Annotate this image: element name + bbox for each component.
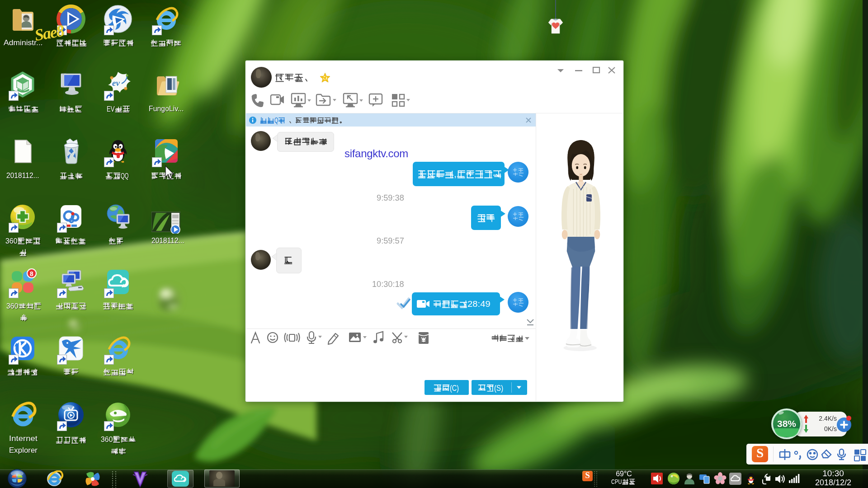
svg-text:2018112...: 2018112... (6, 172, 39, 179)
svg-text:9:59:38: 9:59:38 (377, 193, 404, 202)
svg-text:(C): (C) (450, 384, 459, 393)
svg-text:360: 360 (6, 302, 19, 310)
svg-text:QQ: QQ (121, 172, 129, 180)
svg-text:10:30:18: 10:30:18 (372, 280, 404, 289)
svg-text:CPU: CPU (611, 478, 622, 485)
svg-text:360: 360 (5, 237, 18, 245)
svg-text:2018112...: 2018112... (151, 237, 184, 244)
svg-text:,: , (454, 169, 457, 179)
svg-text:28:49: 28:49 (467, 300, 491, 309)
svg-text:Q: Q (274, 117, 278, 124)
svg-text:FungoLiv...: FungoLiv... (149, 105, 184, 113)
svg-text:EV: EV (107, 105, 115, 113)
svg-text:8: 8 (30, 270, 33, 277)
svg-text:ev: ev (112, 78, 120, 88)
svg-text:(S): (S) (494, 384, 503, 393)
svg-text:Internet: Internet (9, 435, 38, 442)
svg-text:Explorer: Explorer (9, 446, 38, 454)
svg-text:360: 360 (101, 435, 113, 444)
svg-text:9:59:57: 9:59:57 (377, 236, 404, 245)
